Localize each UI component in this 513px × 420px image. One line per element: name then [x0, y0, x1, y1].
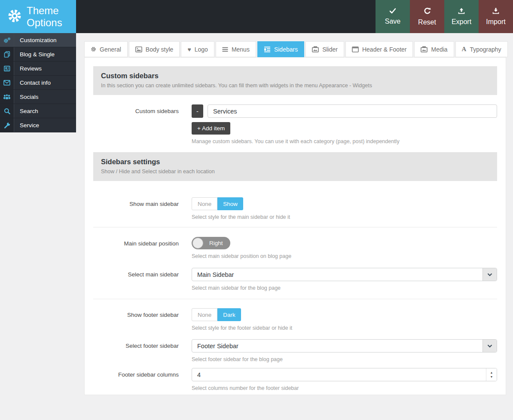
field-row-show-footer-sidebar: Show footer sidebar None Dark Select sty… [93, 308, 497, 331]
toggle-knob [192, 238, 203, 248]
option-none-button[interactable]: None [192, 308, 217, 321]
window-icon [352, 46, 359, 52]
wrench-icon [0, 118, 14, 132]
tab-header-footer[interactable]: Header & Footer [345, 41, 413, 57]
slides-icon [312, 46, 319, 52]
field-row-custom-sidebars: Custom sidebars - + Add item Manage cust… [93, 104, 497, 144]
magnifier-icon [0, 104, 14, 118]
tab-body-style[interactable]: Body style [129, 41, 180, 57]
gear-icon [91, 46, 96, 52]
field-control: None Show Select style for the main side… [192, 197, 497, 220]
sidebar-item-search[interactable]: Search [0, 104, 76, 118]
field-control: Right Select main sidebar position on bl… [192, 237, 497, 259]
option-dark-button[interactable]: Dark [217, 308, 241, 321]
heart-icon: ♥ [187, 46, 191, 53]
field-label: Select main sidebar [93, 268, 179, 291]
field-help: Select style for the footer sidebar or h… [192, 325, 497, 331]
show-main-sidebar-toggle-group: None Show [192, 197, 243, 210]
main-sidebar-select[interactable]: Main Sidebar [192, 268, 497, 281]
import-button[interactable]: Import [479, 0, 513, 33]
section-subtitle: In this section you can create unlimited… [101, 83, 489, 89]
number-stepper[interactable]: ▲ ▼ [486, 368, 497, 381]
field-row-select-footer-sidebar: Select footer sidebar Footer Sidebar Sel… [93, 339, 497, 362]
image-icon [135, 46, 142, 52]
field-label: Footer sidebar columns [93, 368, 179, 391]
gears-icon [0, 33, 14, 47]
header-actions: Save Reset Export Import [376, 0, 513, 33]
spinner-up-icon[interactable]: ▲ [490, 371, 493, 374]
section-sidebars-settings: Sidebars settings Show / Hide and Select… [93, 152, 497, 181]
field-label: Select footer sidebar [93, 339, 179, 362]
top-bar: Theme Options Save Reset Export [0, 0, 513, 33]
divider [93, 227, 497, 227]
tab-slider[interactable]: Slider [305, 41, 344, 57]
theme-options-logo[interactable]: Theme Options [0, 0, 76, 33]
tab-sidebars[interactable]: Sidebars [257, 41, 304, 57]
chevron-down-icon [482, 340, 497, 352]
sidebar-item-socials[interactable]: Socials [0, 90, 76, 104]
option-none-button[interactable]: None [192, 197, 217, 210]
field-label: Show footer sidebar [93, 308, 179, 331]
field-help: Manage custom sidebars. You can use it w… [192, 138, 497, 144]
section-title: Custom sidebars [101, 71, 489, 80]
spinner-down-icon[interactable]: ▼ [490, 375, 493, 378]
option-show-button[interactable]: Show [217, 197, 243, 210]
download-icon [492, 8, 499, 16]
sidebar-position-toggle[interactable]: Right [192, 237, 230, 249]
field-control: Main Sidebar Select main sidebar for the… [192, 268, 497, 291]
field-control: None Dark Select style for the footer si… [192, 308, 497, 331]
section-custom-sidebars: Custom sidebars In this section you can … [93, 66, 497, 95]
show-footer-sidebar-toggle-group: None Dark [192, 308, 241, 321]
tab-media[interactable]: Media [414, 41, 454, 57]
gear-icon [7, 8, 22, 25]
copy-icon [0, 47, 14, 61]
tab-general[interactable]: General [84, 41, 128, 57]
refresh-icon [424, 7, 431, 16]
field-control: Footer Sidebar Select footer sidebar for… [192, 339, 497, 362]
tab-menus[interactable]: Menus [216, 41, 256, 57]
section-subtitle: Show / Hide and Select sidebar in each l… [101, 169, 489, 175]
users-icon [0, 90, 14, 104]
footer-sidebar-select[interactable]: Footer Sidebar [192, 339, 497, 353]
save-button[interactable]: Save [376, 0, 410, 33]
sidebars-settings-panel: Custom sidebars In this section you can … [84, 57, 506, 395]
sidebar-item-service[interactable]: Service [0, 118, 76, 132]
sidebar-item-blog-single[interactable]: Blog & Single [0, 47, 76, 61]
tab-typography[interactable]: A Typography [455, 41, 508, 57]
settings-tab-bar: General Body style ♥ Logo Menus Sidebars… [84, 41, 508, 57]
sidebar-item-contact-info[interactable]: Contact info [0, 76, 76, 90]
check-icon [389, 8, 396, 15]
field-help: Select style for the main sidebar or hid… [192, 214, 497, 220]
toggle-label: Right [209, 240, 223, 246]
reset-button[interactable]: Reset [410, 0, 444, 33]
field-control: - + Add item Manage custom sidebars. You… [192, 104, 497, 144]
indent-icon [264, 46, 271, 52]
field-help: Select footer sidebar for the blog page [192, 356, 497, 362]
sidebar-menu: Customization Blog & Single Reviews [0, 33, 76, 132]
sidebar-item-customization[interactable]: Customization [0, 33, 76, 47]
tab-logo[interactable]: ♥ Logo [181, 41, 214, 57]
field-label: Show main sidebar [93, 197, 179, 220]
slides-icon [421, 46, 428, 52]
field-row-select-main-sidebar: Select main sidebar Main Sidebar Select … [93, 268, 497, 291]
sidebar-name-input[interactable] [208, 104, 497, 118]
footer-columns-input[interactable] [192, 368, 497, 381]
field-row-show-main-sidebar: Show main sidebar None Show Select style… [93, 197, 497, 220]
field-label: Custom sidebars [93, 104, 179, 144]
remove-item-button[interactable]: - [192, 104, 203, 118]
add-item-button[interactable]: + Add item [192, 122, 230, 135]
chevron-down-icon [482, 268, 497, 281]
newspaper-icon [0, 61, 14, 75]
field-row-footer-sidebar-columns: Footer sidebar columns ▲ ▼ Select column… [93, 368, 497, 391]
select-value: Footer Sidebar [197, 343, 238, 349]
envelope-icon [0, 76, 14, 89]
export-button[interactable]: Export [444, 0, 479, 33]
field-control: ▲ ▼ Select columns number for the footer… [192, 368, 497, 391]
field-label: Main sidebar position [93, 237, 179, 259]
menu-icon [222, 47, 228, 52]
field-help: Select columns number for the footer sid… [192, 385, 497, 391]
font-icon: A [462, 46, 467, 52]
field-help: Select main sidebar position on blog pag… [192, 253, 497, 259]
divider [93, 299, 497, 299]
sidebar-item-reviews[interactable]: Reviews [0, 61, 76, 76]
